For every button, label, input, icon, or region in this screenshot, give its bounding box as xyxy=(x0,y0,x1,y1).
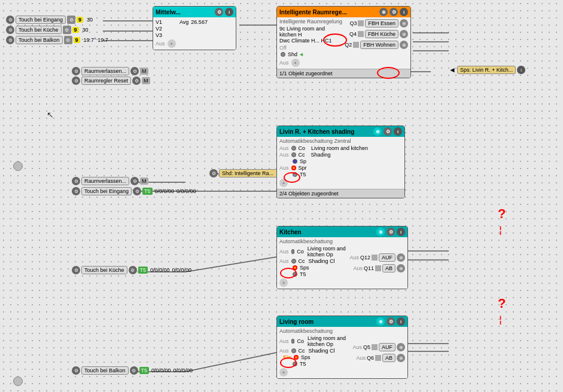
sps-info[interactable]: i xyxy=(517,66,525,74)
int-gear1[interactable]: ⊕ xyxy=(379,8,388,16)
mittelw-header: Mittelw... ⚙ i xyxy=(153,7,236,17)
sensor-raum-verlassen1: ⚙ Raumverlassen... ⚙ M xyxy=(72,67,148,75)
rv1-gear[interactable]: ⚙ xyxy=(72,67,80,75)
intelligente-footer: 1/1 Objekt zugeordnet xyxy=(277,69,410,78)
sensor-touch-kueche2: ⚙ Touch bei Küche ⚙ T5 0/0/0/00 0/0/0/00 xyxy=(72,266,191,274)
livingroom-node: Living room ⊕ ⚙ i Automatikbeschattung A… xyxy=(276,316,408,379)
lr-info[interactable]: i xyxy=(397,317,405,326)
rv2-gear2[interactable]: ⚙ xyxy=(130,177,139,185)
te2-val: 0/0/0/00 xyxy=(155,188,175,194)
lr-gear[interactable]: ⚙ xyxy=(387,317,395,326)
auf-icon2[interactable]: ⊕ xyxy=(397,343,405,351)
gear-icon2[interactable]: ⚙ xyxy=(67,16,75,24)
sensor-raumregler-reset: ⚙ Raumregler Reset ⚙ M xyxy=(72,76,150,85)
mittelw-gear[interactable]: ⚙ xyxy=(215,8,223,16)
tb2-label: Touch bei Balkon xyxy=(81,366,129,375)
lr-cc: Cc xyxy=(299,348,305,354)
kitchen-node: Kitchen ⊕ ⚙ i Automatikbeschattung Aus C… xyxy=(276,226,408,289)
v1-avg: Avg xyxy=(179,19,188,25)
mittelw-info[interactable]: i xyxy=(225,8,233,16)
livin-plus[interactable]: ⊕ xyxy=(373,127,382,136)
gear-icon5[interactable]: ⚙ xyxy=(6,36,14,44)
lr-ein: Ein xyxy=(283,354,291,360)
rr-gear2[interactable]: ⚙ xyxy=(132,76,141,85)
svg-line-16 xyxy=(185,353,276,372)
rv1-label: Raumverlassen... xyxy=(81,67,129,75)
intelligente-node: Intelligente Raumrege... ⊕ ⚙ i Intellige… xyxy=(276,6,411,78)
rr-gear[interactable]: ⚙ xyxy=(72,76,80,85)
rv1-gear2[interactable]: ⚙ xyxy=(130,67,139,75)
tk2-t5: T5 xyxy=(138,267,148,274)
q6-label: Q6 xyxy=(367,355,374,361)
int-info[interactable]: i xyxy=(400,8,408,16)
te2-val2: 0/0/0/00 xyxy=(176,188,196,194)
touch-kueche-label: Touch bei Küche xyxy=(16,26,62,34)
v1-label: V1 xyxy=(156,19,168,25)
int-desc1: 9c Living room and kitchen H xyxy=(279,26,342,38)
kitchen-gear[interactable]: ⚙ xyxy=(387,228,395,236)
kit-t5: T5 xyxy=(300,271,306,277)
sensor-touch-eingang2: ⚙ Touch bei Eingang ⚙ T5 0/0/0/00 0/0/0/… xyxy=(72,187,196,195)
rr-m: M xyxy=(142,77,150,84)
intelligente-header: Intelligente Raumrege... ⊕ ⚙ i xyxy=(277,7,410,17)
kitchen-title: Kitchen xyxy=(279,229,302,235)
ab-icon2[interactable]: ⊕ xyxy=(397,354,405,362)
sps-connector-top: ◄ Sps: Livin R. + Kitch... i xyxy=(449,66,525,74)
sensor-touch-balkon: ⚙ Touch bei Balkon ⚙ 9 19.7° 19.7 xyxy=(6,36,108,44)
question-mark-2: ?╎ xyxy=(498,296,506,327)
shd-label: Shd: Intelligente Ra... xyxy=(219,169,285,177)
auf-icon1[interactable]: ⊕ xyxy=(397,253,405,262)
kit-plus-btn[interactable]: + xyxy=(279,278,288,287)
mittelw-title: Mittelw... xyxy=(156,9,181,16)
livin-aus2: Aus xyxy=(279,152,289,158)
gear-icon3[interactable]: ⚙ xyxy=(6,26,14,34)
rv2-m: M xyxy=(140,177,148,185)
svg-line-12 xyxy=(185,257,276,272)
shd-port: Shd xyxy=(288,51,297,57)
fbh-essen-icon[interactable]: ⊕ xyxy=(400,19,408,27)
tb2-gear[interactable]: ⚙ xyxy=(72,366,80,375)
fbh-wohnen-icon[interactable]: ⊕ xyxy=(400,41,408,49)
lr-plus[interactable]: ⊕ xyxy=(376,317,385,326)
lr-aus-out2: Aus xyxy=(356,355,366,361)
gear-icon4[interactable]: ⚙ xyxy=(63,26,71,34)
int-subtitle: Intelligente Raumregelung xyxy=(279,19,342,24)
livin-plus-btn[interactable]: + xyxy=(279,179,288,187)
kitchen-plus[interactable]: ⊕ xyxy=(376,228,385,236)
v1-value: 26.567 xyxy=(191,19,208,25)
tb2-val2: 0/0/0/00 xyxy=(174,368,193,373)
tk2-gear2[interactable]: ⚙ xyxy=(129,266,137,274)
rv2-gear[interactable]: ⚙ xyxy=(72,177,80,185)
te2-gear2[interactable]: ⚙ xyxy=(133,187,141,195)
fbh-kueche: FBH Küche xyxy=(365,30,398,38)
te2-gear[interactable]: ⚙ xyxy=(72,187,80,195)
livin-sp: Sp xyxy=(300,158,306,164)
gear-icon6[interactable]: ⚙ xyxy=(64,36,72,44)
livin-gear[interactable]: ⚙ xyxy=(384,127,392,136)
q12-label: Q12 xyxy=(360,255,370,261)
plus-icon[interactable]: + xyxy=(168,39,176,48)
lr-desc2: Shading Cl xyxy=(309,348,335,354)
tb2-t5: T5 xyxy=(139,367,150,374)
tk2-gear[interactable]: ⚙ xyxy=(72,266,80,274)
kit-aus2: Aus xyxy=(279,258,289,264)
plus-icon2[interactable]: + xyxy=(291,59,300,67)
tk2-label: Touch bei Küche xyxy=(81,266,127,274)
fbh-kueche-icon[interactable]: ⊕ xyxy=(400,30,408,38)
te2-t5: T5 xyxy=(142,188,153,195)
ab-label2: AB xyxy=(382,354,395,362)
ab-icon1[interactable]: ⊕ xyxy=(397,264,405,272)
livin-info[interactable]: i xyxy=(394,127,402,136)
lr-desc1: Living room and kitchen Op xyxy=(308,335,351,347)
auf-label1: AUF xyxy=(379,253,395,262)
lr-co: Co xyxy=(297,338,304,344)
tb2-gear2[interactable]: ⚙ xyxy=(130,366,138,375)
gear-icon[interactable]: ⚙ xyxy=(6,16,14,24)
lr-plus-btn[interactable]: + xyxy=(279,368,288,376)
lr-aus-out1: Aus xyxy=(352,344,362,350)
int-gear2[interactable]: ⚙ xyxy=(389,8,398,16)
livin-subtitle: Automatikbeschattung Zentral xyxy=(279,138,402,144)
ab-label1: AB xyxy=(382,264,395,272)
shd-gear[interactable]: ⚙ xyxy=(209,169,218,177)
kitchen-info[interactable]: i xyxy=(397,228,405,236)
